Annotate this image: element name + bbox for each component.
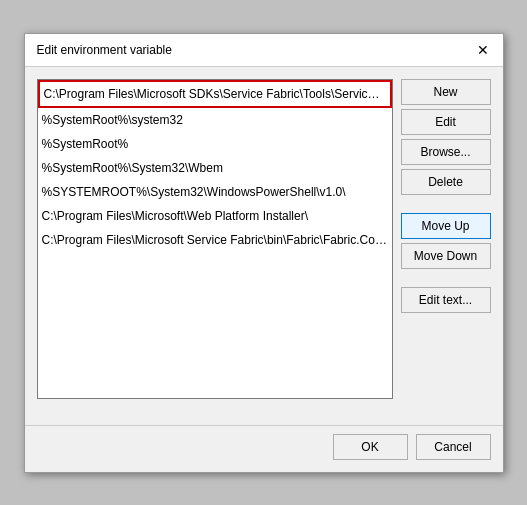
content-area: C:\Program Files\Microsoft SDKs\Service … — [37, 79, 491, 409]
new-button[interactable]: New — [401, 79, 491, 105]
move-down-button[interactable]: Move Down — [401, 243, 491, 269]
edit-button[interactable]: Edit — [401, 109, 491, 135]
list-item[interactable]: %SystemRoot% — [38, 132, 392, 156]
close-button[interactable]: ✕ — [475, 42, 491, 58]
list-item[interactable]: %SystemRoot%\System32\Wbem — [38, 156, 392, 180]
edit-text-button[interactable]: Edit text... — [401, 287, 491, 313]
buttons-panel: New Edit Browse... Delete Move Up Move D… — [401, 79, 491, 409]
dialog-title: Edit environment variable — [37, 43, 172, 57]
edit-environment-variable-dialog: Edit environment variable ✕ C:\Program F… — [24, 33, 504, 473]
dialog-body: C:\Program Files\Microsoft SDKs\Service … — [25, 67, 503, 421]
ok-button[interactable]: OK — [333, 434, 408, 460]
dialog-footer: OK Cancel — [25, 425, 503, 472]
move-up-button[interactable]: Move Up — [401, 213, 491, 239]
spacer-1 — [401, 199, 491, 209]
browse-button[interactable]: Browse... — [401, 139, 491, 165]
list-item[interactable]: C:\Program Files\Microsoft\Web Platform … — [38, 204, 392, 228]
list-item[interactable]: C:\Program Files\Microsoft Service Fabri… — [38, 228, 392, 252]
title-bar: Edit environment variable ✕ — [25, 34, 503, 67]
cancel-button[interactable]: Cancel — [416, 434, 491, 460]
environment-variable-list[interactable]: C:\Program Files\Microsoft SDKs\Service … — [37, 79, 393, 399]
delete-button[interactable]: Delete — [401, 169, 491, 195]
list-item[interactable]: C:\Program Files\Microsoft SDKs\Service … — [38, 80, 392, 108]
list-item[interactable]: %SystemRoot%\system32 — [38, 108, 392, 132]
spacer-2 — [401, 273, 491, 283]
list-item[interactable]: %SYSTEMROOT%\System32\WindowsPowerShell\… — [38, 180, 392, 204]
